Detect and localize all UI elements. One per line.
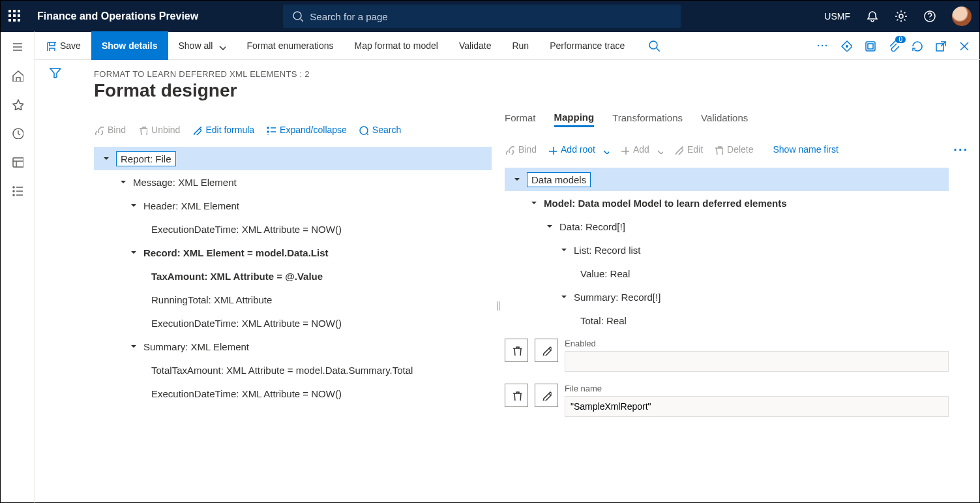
- enabled-delete-button[interactable]: [505, 339, 528, 362]
- ds-node-list[interactable]: List: Record list: [505, 238, 949, 262]
- caret-down-icon: [130, 249, 137, 256]
- breadcrumb: FORMAT TO LEARN DEFERRED XML ELEMENTS : …: [94, 69, 968, 79]
- attachments-button[interactable]: 0: [887, 40, 899, 52]
- add-root-button[interactable]: Add root: [547, 144, 609, 155]
- tree-node-header[interactable]: Header: XML Element: [94, 194, 492, 217]
- expand-collapse-button[interactable]: Expand/collapse: [266, 125, 347, 135]
- home-icon[interactable]: [11, 69, 24, 82]
- run-button[interactable]: Run: [501, 31, 539, 60]
- ds-node-value[interactable]: Value: Real: [505, 262, 949, 285]
- filename-label: File name: [565, 384, 949, 393]
- user-avatar[interactable]: [952, 7, 972, 26]
- global-search-input[interactable]: [310, 11, 672, 22]
- find-icon[interactable]: [648, 40, 660, 52]
- delete-button[interactable]: Delete: [713, 144, 753, 155]
- bind-button[interactable]: Bind: [94, 125, 126, 135]
- navigation-rail: [0, 31, 35, 503]
- tab-transformations[interactable]: Transformations: [612, 112, 683, 126]
- settings-icon[interactable]: [895, 10, 908, 23]
- tree-node-report[interactable]: Report: File: [94, 147, 492, 170]
- ds-node-data-models[interactable]: Data models: [505, 168, 949, 191]
- command-bar: Save Show details Show all Format enumer…: [35, 31, 980, 60]
- enabled-input[interactable]: [565, 351, 949, 372]
- save-label: Save: [60, 40, 81, 51]
- global-search[interactable]: [283, 5, 681, 28]
- show-all-button[interactable]: Show all: [168, 31, 237, 60]
- workspaces-icon[interactable]: [11, 155, 24, 168]
- filename-input[interactable]: [565, 396, 949, 417]
- prop-enabled: Enabled: [505, 339, 949, 372]
- show-all-label: Show all: [179, 40, 213, 51]
- mapping-panel: Format Mapping Transformations Validatio…: [505, 108, 968, 503]
- ds-node-model[interactable]: Model: Data model Model to learn deferre…: [505, 191, 949, 215]
- help-icon[interactable]: [923, 10, 936, 23]
- add-button[interactable]: Add: [619, 144, 663, 155]
- mapping-overflow-icon[interactable]: ···: [953, 142, 968, 157]
- mapping-bind-button[interactable]: Bind: [505, 144, 537, 155]
- show-name-first-button[interactable]: Show name first: [773, 144, 838, 155]
- tab-validations[interactable]: Validations: [701, 112, 748, 126]
- company-picker[interactable]: USMF: [824, 11, 850, 22]
- tree-node-message[interactable]: Message: XML Element: [94, 170, 492, 194]
- modules-icon[interactable]: [11, 184, 24, 197]
- caret-down-icon: [514, 176, 520, 183]
- caret-down-icon: [561, 247, 567, 253]
- favorites-icon[interactable]: [11, 98, 24, 111]
- hamburger-icon[interactable]: [11, 40, 24, 53]
- command-bar-right: ··· 0: [817, 40, 980, 52]
- caret-down-icon: [130, 202, 137, 209]
- office-icon[interactable]: [864, 40, 876, 52]
- splitter[interactable]: ‖: [492, 108, 505, 503]
- filter-icon[interactable]: [49, 67, 61, 503]
- edit-button[interactable]: Edit: [674, 144, 703, 155]
- notifications-icon[interactable]: [866, 10, 879, 23]
- prop-filename: File name: [505, 384, 949, 417]
- app-launcher-icon[interactable]: [8, 10, 22, 23]
- tree-node-summary[interactable]: Summary: XML Element: [94, 335, 492, 358]
- right-tabs: Format Mapping Transformations Validatio…: [505, 108, 968, 131]
- datasource-tree: Data models Model: Data model Model to l…: [505, 168, 968, 332]
- filename-edit-button[interactable]: [535, 384, 558, 407]
- tree-node-summary-exectime[interactable]: ExecutionDateTime: XML Attribute = NOW(): [94, 382, 492, 405]
- ds-node-summary[interactable]: Summary: Record[!]: [505, 285, 949, 309]
- performance-trace-button[interactable]: Performance trace: [539, 31, 635, 60]
- tree-node-record[interactable]: Record: XML Element = model.Data.List: [94, 241, 492, 264]
- edit-formula-button[interactable]: Edit formula: [192, 125, 254, 135]
- refresh-icon[interactable]: [911, 40, 923, 52]
- format-tree-panel: Bind Unbind Edit formula Expand/collapse…: [94, 108, 492, 503]
- page-title: Format designer: [94, 80, 968, 101]
- tree-node-header-exectime[interactable]: ExecutionDateTime: XML Attribute = NOW(): [94, 217, 492, 241]
- tab-mapping[interactable]: Mapping: [554, 112, 595, 127]
- tab-format[interactable]: Format: [505, 112, 536, 126]
- tree-node-totaltaxamount[interactable]: TotalTaxAmount: XML Attribute = model.Da…: [94, 358, 492, 382]
- tree-node-taxamount[interactable]: TaxAmount: XML Attribute = @.Value: [94, 264, 492, 288]
- chevron-down-icon: [216, 41, 226, 50]
- enabled-edit-button[interactable]: [535, 339, 558, 362]
- map-format-to-model-button[interactable]: Map format to model: [344, 31, 448, 60]
- ds-node-total[interactable]: Total: Real: [505, 309, 949, 332]
- unbind-button[interactable]: Unbind: [138, 125, 180, 135]
- attachments-count: 0: [895, 36, 906, 43]
- tree-node-record-exectime[interactable]: ExecutionDateTime: XML Attribute = NOW(): [94, 311, 492, 335]
- popout-icon[interactable]: [934, 40, 946, 52]
- filename-delete-button[interactable]: [505, 384, 528, 407]
- validate-button[interactable]: Validate: [449, 31, 502, 60]
- tree-search-button[interactable]: Search: [359, 125, 401, 135]
- tree-node-runningtotal[interactable]: RunningTotal: XML Attribute: [94, 288, 492, 311]
- caret-down-icon: [103, 155, 110, 162]
- caret-down-icon: [561, 294, 567, 300]
- enabled-label: Enabled: [565, 339, 949, 348]
- recent-icon[interactable]: [11, 127, 24, 140]
- overflow-icon[interactable]: ···: [817, 40, 829, 52]
- close-icon[interactable]: [958, 40, 970, 52]
- search-icon: [292, 10, 303, 22]
- power-apps-icon[interactable]: [840, 40, 852, 52]
- caret-down-icon: [130, 343, 137, 350]
- format-enumerations-button[interactable]: Format enumerations: [236, 31, 344, 60]
- show-details-button[interactable]: Show details: [91, 31, 168, 60]
- format-tree: Report: File Message: XML Element Header…: [94, 147, 492, 405]
- ds-node-data[interactable]: Data: Record[!]: [505, 215, 949, 238]
- mapping-toolbar: Bind Add root Add Edit Delete Show name …: [505, 138, 968, 161]
- top-header: Finance and Operations Preview USMF: [1, 1, 979, 32]
- save-button[interactable]: Save: [35, 31, 91, 60]
